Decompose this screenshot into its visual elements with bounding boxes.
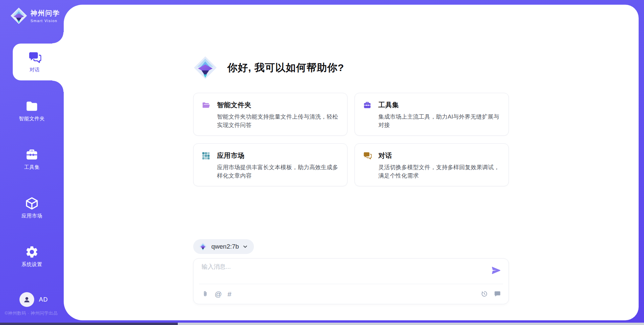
sidebar-item-label: 对话	[30, 67, 40, 73]
feature-cards: 智能文件夹 智能文件夹功能支持批量文件上传与清洗，轻松实现文件问答 工具集 集成…	[193, 93, 509, 186]
greeting-title: 你好, 我可以如何帮助你?	[227, 61, 344, 75]
paperclip-icon[interactable]	[202, 290, 209, 298]
composer-toolbar: @ #	[202, 287, 501, 300]
brand-diamond-icon	[193, 54, 217, 81]
user-profile[interactable]: AD	[19, 292, 48, 307]
main-content: 你好, 我可以如何帮助你? 智能文件夹 智能文件夹功能支持批量文件上传与清洗，轻…	[193, 0, 509, 325]
message-input[interactable]	[202, 263, 470, 282]
feature-card-app-market[interactable]: 应用市场 应用市场提供丰富长文本模板，助力高效生成多样化文章内容	[193, 143, 347, 186]
app-subtitle: Smart Vision	[31, 19, 60, 23]
sidebar-item-smart-folder[interactable]: 智能文件夹	[0, 99, 64, 122]
sidebar-item-label: 工具集	[24, 164, 40, 171]
folder-open-icon	[202, 101, 210, 110]
history-icon[interactable]	[481, 290, 488, 298]
sidebar-item-app-market[interactable]: 应用市场	[0, 196, 64, 219]
diamond-logo-icon	[199, 242, 207, 251]
send-icon	[491, 265, 501, 275]
copyright-footer: ©神州数码 · 神州问学出品	[5, 310, 65, 316]
chat-bubbles-icon	[363, 151, 372, 160]
brand-diamond-icon	[10, 7, 28, 25]
feature-card-smart-folder[interactable]: 智能文件夹 智能文件夹功能支持批量文件上传与清洗，轻松实现文件问答	[193, 93, 347, 136]
app-title: 神州问学	[31, 9, 60, 18]
chevron-down-icon	[243, 244, 248, 249]
model-selector[interactable]: qwen2:7b	[193, 239, 254, 254]
card-title: 工具集	[378, 101, 399, 110]
sidebar: 神州问学 Smart Vision 对话 智能文件夹 工具集	[0, 0, 64, 325]
send-button[interactable]	[491, 265, 501, 275]
card-title: 应用市场	[217, 151, 245, 160]
model-name: qwen2:7b	[211, 243, 239, 250]
folder-icon	[25, 99, 39, 113]
user-name: AD	[39, 296, 48, 303]
card-description: 应用市场提供丰富长文本模板，助力高效生成多样化文章内容	[217, 163, 342, 180]
greeting: 你好, 我可以如何帮助你?	[193, 54, 344, 81]
grid-icon	[202, 151, 210, 160]
briefcase-icon	[363, 101, 372, 110]
chat-solid-icon[interactable]	[494, 290, 501, 298]
card-title: 智能文件夹	[217, 101, 252, 110]
horizontal-scrollbar	[0, 323, 644, 325]
sidebar-item-label: 智能文件夹	[19, 116, 45, 122]
sidebar-item-toolset[interactable]: 工具集	[0, 148, 64, 171]
feature-card-chat[interactable]: 对话 灵活切换多模型文件，支持多样回复效果调试，满足个性化需求	[355, 143, 509, 186]
sidebar-item-settings[interactable]: 系统设置	[0, 245, 64, 268]
person-icon	[22, 295, 31, 304]
scrollbar-thumb[interactable]	[0, 323, 178, 325]
avatar	[19, 292, 34, 307]
card-description: 智能文件夹功能支持批量文件上传与清洗，轻松实现文件问答	[217, 113, 342, 129]
sidebar-item-chat[interactable]: 对话	[13, 44, 64, 80]
gear-icon	[25, 245, 39, 259]
composer-divider	[199, 284, 503, 284]
card-title: 对话	[378, 151, 392, 160]
app-logo: 神州问学 Smart Vision	[10, 7, 60, 25]
chat-bubbles-icon	[28, 51, 41, 64]
app-root: 神州问学 Smart Vision 对话 智能文件夹 工具集	[0, 0, 644, 325]
briefcase-icon	[25, 148, 39, 162]
card-description: 集成市场上主流工具，助力AI与外界无缝扩展与对接	[378, 113, 503, 129]
hash-icon[interactable]: #	[227, 290, 231, 298]
sidebar-item-label: 系统设置	[21, 261, 42, 268]
cube-icon	[25, 196, 39, 210]
at-sign-icon[interactable]: @	[215, 290, 222, 298]
card-description: 灵活切换多模型文件，支持多样回复效果调试，满足个性化需求	[378, 163, 503, 180]
message-composer: @ #	[193, 258, 509, 304]
feature-card-toolset[interactable]: 工具集 集成市场上主流工具，助力AI与外界无缝扩展与对接	[355, 93, 509, 136]
sidebar-item-label: 应用市场	[21, 213, 42, 219]
